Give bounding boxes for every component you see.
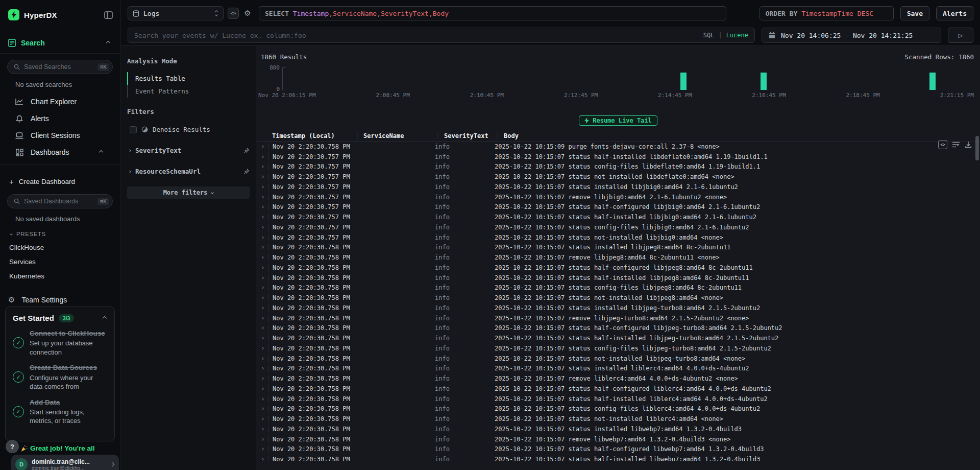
select-columns-input[interactable]: SELECT Timestamp,ServiceName,SeverityTex… <box>259 6 726 20</box>
expand-row-icon[interactable] <box>256 146 268 148</box>
log-row[interactable]: Nov 20 2:20:30.758 PM info 2025-10-22 10… <box>256 313 980 323</box>
expand-row-icon[interactable] <box>256 176 268 178</box>
search-section-header[interactable]: Search <box>0 39 120 47</box>
resume-live-tail-button[interactable]: Resume Live Tail <box>579 115 657 126</box>
log-row[interactable]: Nov 20 2:20:30.757 PM info 2025-10-22 10… <box>256 152 980 162</box>
expand-row-icon[interactable] <box>256 226 268 228</box>
expand-row-icon[interactable] <box>256 378 268 380</box>
log-row[interactable]: Nov 20 2:20:30.758 PM info 2025-10-22 10… <box>256 333 980 343</box>
expand-row-icon[interactable] <box>256 438 268 440</box>
lucene-mode-toggle[interactable]: Lucene <box>726 32 748 39</box>
log-row[interactable]: Nov 20 2:20:30.757 PM info 2025-10-22 10… <box>256 202 980 213</box>
log-row[interactable]: Nov 20 2:20:30.758 PM info 2025-10-22 10… <box>256 404 980 414</box>
filter-group-resourceschemaurl[interactable]: ResourceSchemaUrl <box>129 168 250 175</box>
log-row[interactable]: Nov 20 2:20:30.758 PM info 2025-10-22 10… <box>256 243 980 253</box>
log-row[interactable]: Nov 20 2:20:30.758 PM info 2025-10-22 10… <box>256 273 980 283</box>
expand-row-icon[interactable] <box>256 367 268 369</box>
event-search-input[interactable]: Search your events w/ Lucene ex. column:… <box>128 28 755 43</box>
preset-kubernetes[interactable]: Kubernetes <box>9 272 113 280</box>
log-row[interactable]: Nov 20 2:20:30.758 PM info 2025-10-22 10… <box>256 252 980 263</box>
chart-bar[interactable] <box>929 73 936 90</box>
expand-row-icon[interactable] <box>256 388 268 390</box>
source-settings-gear-icon[interactable]: ⚙ <box>242 8 253 19</box>
results-histogram[interactable]: 800 0 <box>282 67 974 90</box>
save-button[interactable]: Save <box>900 6 929 20</box>
log-row[interactable]: Nov 20 2:20:30.758 PM info 2025-10-22 10… <box>256 364 980 374</box>
help-button[interactable]: ? <box>6 440 19 453</box>
log-row[interactable]: Nov 20 2:20:30.758 PM info 2025-10-22 10… <box>256 424 980 434</box>
expand-row-icon[interactable] <box>256 196 268 198</box>
expand-row-icon[interactable] <box>256 418 268 420</box>
alerts-button[interactable]: Alerts <box>936 6 973 20</box>
sidebar-item-chart-explorer[interactable]: Chart Explorer <box>7 97 113 106</box>
log-row[interactable]: Nov 20 2:20:30.757 PM info 2025-10-22 10… <box>256 212 980 222</box>
log-row[interactable]: Nov 20 2:20:30.758 PM info 2025-10-22 10… <box>256 434 980 444</box>
orderby-input[interactable]: ORDER BY TimestampTime DESC <box>760 6 894 20</box>
scrollbar-thumb[interactable] <box>975 136 979 160</box>
expand-row-icon[interactable] <box>256 246 268 248</box>
expand-row-icon[interactable] <box>256 317 268 319</box>
expand-row-icon[interactable] <box>256 458 268 460</box>
log-row[interactable]: Nov 20 2:20:30.758 PM info 2025-10-22 10… <box>256 354 980 364</box>
preset-clickhouse[interactable]: ClickHouse <box>9 244 113 251</box>
denoise-results-row[interactable]: Denoise Results <box>130 126 250 133</box>
sidebar-item-alerts[interactable]: Alerts <box>7 114 113 123</box>
expand-row-icon[interactable] <box>256 256 268 258</box>
log-row[interactable]: Nov 20 2:20:30.757 PM info 2025-10-22 10… <box>256 222 980 232</box>
log-row[interactable]: Nov 20 2:20:30.758 PM info 2025-10-22 10… <box>256 373 980 384</box>
task-create-data-sources[interactable]: ✓ Create Data Sources Configure where yo… <box>13 363 107 391</box>
chevron-up-icon[interactable] <box>99 150 103 154</box>
log-row[interactable]: Nov 20 2:20:30.758 PM info 2025-10-22 10… <box>256 384 980 394</box>
expand-row-icon[interactable] <box>256 297 268 299</box>
log-row[interactable]: Nov 20 2:20:30.758 PM info 2025-10-22 10… <box>256 293 980 303</box>
log-row[interactable]: Nov 20 2:20:30.758 PM info 2025-10-22 10… <box>256 303 980 313</box>
expand-row-icon[interactable] <box>256 156 268 158</box>
expand-row-icon[interactable] <box>256 327 268 329</box>
log-row[interactable]: Nov 20 2:20:30.758 PM info 2025-10-22 10… <box>256 444 980 455</box>
edit-source-button[interactable]: <> <box>228 8 239 19</box>
task-connect-clickhouse[interactable]: ✓ Connect to ClickHouse Set up your data… <box>13 329 107 357</box>
source-select[interactable]: Logs <box>128 6 224 20</box>
expand-row-icon[interactable] <box>256 216 268 218</box>
mode-results-table[interactable]: Results Table <box>127 72 250 85</box>
expand-row-icon[interactable] <box>256 428 268 430</box>
json-view-icon[interactable]: <> <box>938 140 947 149</box>
expand-row-icon[interactable] <box>256 287 268 289</box>
chevron-up-icon[interactable] <box>103 316 107 320</box>
log-row[interactable]: Nov 20 2:20:30.757 PM info 2025-10-22 10… <box>256 232 980 243</box>
run-query-button[interactable]: ▷ <box>948 28 973 43</box>
download-icon[interactable] <box>965 141 972 148</box>
log-row[interactable]: Nov 20 2:20:30.758 PM info 2025-10-22 10… <box>256 394 980 404</box>
date-range-picker[interactable]: Nov 20 14:06:25 - Nov 20 14:21:25 <box>762 28 941 43</box>
expand-row-icon[interactable] <box>256 186 268 188</box>
column-timestamp[interactable]: Timestamp (Local) <box>268 132 354 139</box>
task-add-data[interactable]: ✓ Add Data Start sending logs, metrics, … <box>13 398 107 426</box>
denoise-checkbox[interactable] <box>130 126 137 133</box>
saved-searches-input[interactable]: Saved Searches ⌘K <box>7 60 113 74</box>
saved-dashboards-input[interactable]: Saved Dashboards ⌘K <box>7 194 113 208</box>
sql-mode-toggle[interactable]: SQL <box>703 32 715 39</box>
expand-row-icon[interactable] <box>256 337 268 339</box>
log-row[interactable]: Nov 20 2:20:30.758 PM info 2025-10-22 10… <box>256 323 980 334</box>
log-row[interactable]: Nov 20 2:20:30.757 PM info 2025-10-22 10… <box>256 192 980 202</box>
sidebar-item-dashboards[interactable]: Dashboards <box>7 148 113 157</box>
log-row[interactable]: Nov 20 2:20:30.758 PM info 2025-10-22 10… <box>256 283 980 293</box>
column-servicename[interactable]: ServiceName <box>363 132 404 139</box>
expand-row-icon[interactable] <box>256 267 268 269</box>
column-severitytext[interactable]: SeverityText <box>444 132 488 139</box>
expand-row-icon[interactable] <box>256 398 268 400</box>
expand-row-icon[interactable] <box>256 347 268 349</box>
expand-row-icon[interactable] <box>256 277 268 279</box>
expand-row-icon[interactable] <box>256 206 268 208</box>
create-dashboard-button[interactable]: + Create Dashboard <box>9 177 113 186</box>
chart-bar[interactable] <box>680 73 687 90</box>
log-row[interactable]: Nov 20 2:20:30.757 PM info 2025-10-22 10… <box>256 162 980 172</box>
collapse-sidebar-icon[interactable] <box>104 11 113 19</box>
log-row[interactable]: Nov 20 2:20:30.758 PM info 2025-10-22 10… <box>256 263 980 273</box>
log-row[interactable]: Nov 20 2:20:30.758 PM info 2025-10-22 10… <box>256 454 980 461</box>
log-row[interactable]: Nov 20 2:20:30.758 PM info 2025-10-22 10… <box>256 142 980 152</box>
expand-row-icon[interactable] <box>256 408 268 410</box>
user-menu[interactable]: D dominic.tran@clic... dominic.tran@clic… <box>11 455 119 470</box>
preset-services[interactable]: Services <box>9 258 113 266</box>
column-body[interactable]: Body <box>504 132 519 139</box>
